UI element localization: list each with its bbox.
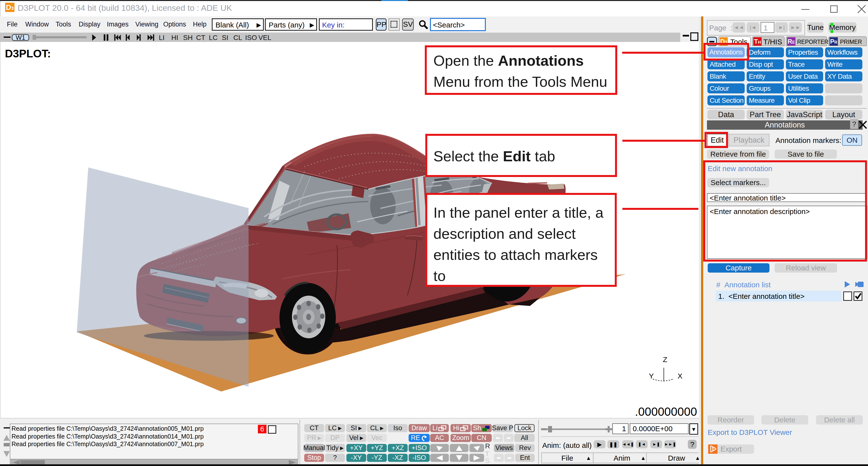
svg-text:SH: SH	[183, 34, 193, 41]
svg-text:CL: CL	[234, 34, 242, 41]
svg-text:CT: CT	[196, 34, 205, 41]
svg-text:SI: SI	[222, 34, 228, 41]
svg-text:LI: LI	[159, 34, 164, 41]
svg-text:Z: Z	[663, 355, 667, 364]
svg-text:LC: LC	[209, 34, 218, 41]
svg-text:ISO: ISO	[245, 34, 257, 41]
svg-text:HI: HI	[172, 34, 178, 41]
svg-text:X: X	[678, 372, 682, 380]
svg-text:Y: Y	[649, 372, 654, 380]
svg-text:.000000000: .000000000	[635, 405, 697, 418]
svg-text:VEL: VEL	[258, 34, 271, 41]
